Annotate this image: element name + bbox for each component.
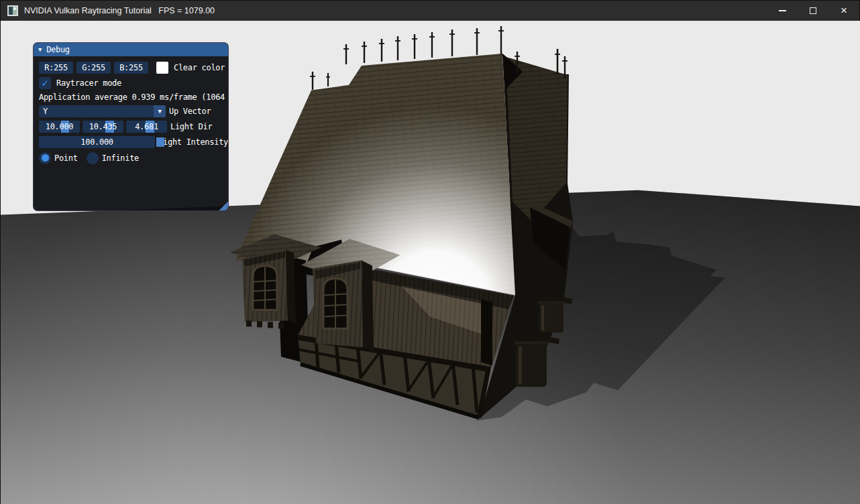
window-title: NVIDIA Vulkan Raytracing Tutorial FPS = …	[24, 6, 215, 15]
color-swatch[interactable]	[156, 62, 168, 74]
clear-color-label: Clear color	[174, 63, 225, 72]
color-g-value: G:255	[82, 63, 105, 72]
light-intensity-value: 100.000	[80, 137, 113, 147]
minimize-button[interactable]	[767, 1, 798, 21]
debug-panel-titlebar[interactable]: ▼ Debug	[34, 43, 228, 56]
up-vector-row: Y ▼ Up Vector	[39, 105, 228, 117]
light-dir-z-value: 4.681	[135, 122, 158, 131]
lantern-lower-highlight	[519, 346, 522, 384]
clear-color-row: R:255 G:255 B:255 Clear color	[39, 62, 228, 74]
up-vector-combo[interactable]: Y ▼	[39, 105, 166, 117]
light-dir-y-field[interactable]: 10.435	[83, 121, 123, 133]
app-window: NVIDIA Vulkan Raytracing Tutorial FPS = …	[0, 0, 860, 504]
up-vector-label: Up Vector	[169, 107, 211, 116]
app-icon	[7, 5, 18, 16]
slider-grab[interactable]	[156, 137, 164, 147]
light-dir-row: 10.000 10.435 4.681 Light Dir	[39, 121, 228, 133]
close-button[interactable]: ×	[828, 1, 859, 21]
raytracer-row: ✓ Raytracer mode	[39, 77, 228, 89]
minimize-icon	[779, 10, 786, 11]
light-intensity-slider[interactable]: 100.000	[39, 136, 155, 148]
collapse-arrow-icon[interactable]: ▼	[38, 47, 42, 53]
maximize-button[interactable]	[798, 1, 828, 21]
radio-point[interactable]	[39, 152, 51, 164]
light-intensity-row: 100.000 Light Intensity	[39, 136, 228, 148]
radio-point-label: Point	[54, 153, 78, 163]
close-icon: ×	[841, 4, 847, 17]
window-controls: ×	[767, 1, 859, 21]
stats-row: Application average 0.939 ms/frame (1064	[39, 92, 228, 102]
light-dir-z-field[interactable]: 4.681	[126, 121, 167, 133]
light-dir-y-value: 10.435	[89, 122, 117, 131]
radio-infinite-label: Infinite	[102, 153, 139, 163]
corner-post	[481, 299, 492, 365]
light-dir-x-value: 10.000	[46, 122, 74, 131]
dormer-center-side	[362, 261, 374, 352]
raytracer-label: Raytracer mode	[56, 78, 121, 88]
radio-selected-dot	[42, 154, 49, 162]
debug-panel-body: R:255 G:255 B:255 Clear color ✓ Raytrace…	[34, 56, 228, 211]
color-b-value: B:255	[119, 63, 143, 72]
lantern-upper-highlight	[541, 305, 544, 330]
light-intensity-label: Light Intensity	[158, 137, 228, 147]
resize-grip[interactable]	[219, 201, 228, 210]
os-titlebar[interactable]: NVIDIA Vulkan Raytracing Tutorial FPS = …	[1, 1, 859, 21]
debug-panel-title: Debug	[46, 45, 70, 54]
radio-infinite[interactable]	[87, 152, 99, 164]
light-dir-label: Light Dir	[170, 122, 212, 131]
combo-arrow-button[interactable]: ▼	[154, 105, 166, 117]
debug-panel: ▼ Debug R:255 G:255 B:255 Clear color ✓	[33, 42, 229, 211]
color-b-field[interactable]: B:255	[114, 62, 148, 74]
chevron-down-icon: ▼	[158, 108, 161, 115]
maximize-icon	[810, 7, 816, 14]
color-g-field[interactable]: G:255	[76, 62, 111, 74]
up-vector-value: Y	[43, 107, 48, 116]
raytracer-checkbox[interactable]: ✓	[39, 77, 51, 89]
color-r-field[interactable]: R:255	[39, 62, 73, 74]
light-dir-x-field[interactable]: 10.000	[39, 121, 80, 133]
color-r-value: R:255	[44, 63, 68, 72]
render-viewport[interactable]: ▼ Debug R:255 G:255 B:255 Clear color ✓	[1, 21, 860, 504]
light-type-row: Point Infinite	[39, 151, 228, 164]
check-icon: ✓	[42, 76, 48, 89]
stats-text: Application average 0.939 ms/frame (1064	[39, 92, 225, 102]
